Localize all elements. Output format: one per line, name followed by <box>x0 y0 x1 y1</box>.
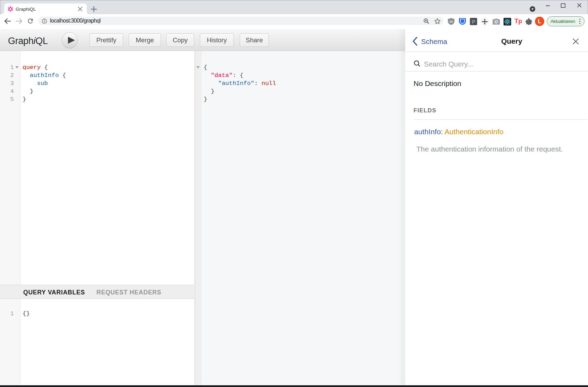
svg-text:P: P <box>472 19 475 25</box>
svg-text:UO: UO <box>449 20 453 23</box>
